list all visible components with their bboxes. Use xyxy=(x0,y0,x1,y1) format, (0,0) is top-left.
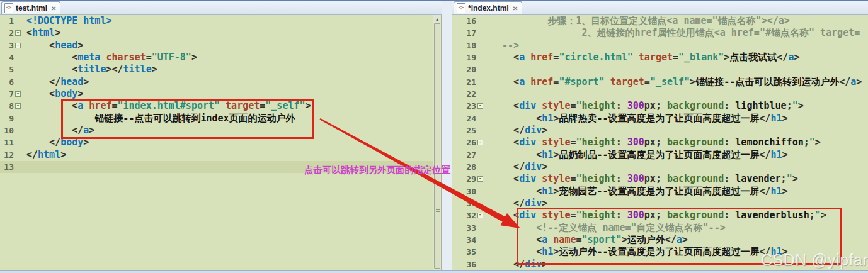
fold-marker[interactable]: - xyxy=(14,88,22,100)
tab-test-html[interactable]: <> test.html ✕ xyxy=(1,1,60,14)
fold-spacer xyxy=(476,125,484,136)
line-number: 36 xyxy=(452,259,476,270)
code-line[interactable]: 26- <div style="height: 300px; backgroun… xyxy=(452,136,868,148)
collapse-icon[interactable]: - xyxy=(15,91,21,97)
code-line[interactable]: 30 <h1>宠物园艺--设置高度是为了让页面高度超过一屏</h1> xyxy=(452,186,868,198)
code-text: </div> xyxy=(484,161,868,173)
collapse-icon[interactable]: - xyxy=(477,213,483,218)
code-text: <meta charset="UTF-8"> xyxy=(22,52,433,64)
fold-spacer xyxy=(476,88,484,100)
code-line[interactable]: 18 --> xyxy=(452,40,868,52)
annotation-box-left xyxy=(61,99,314,139)
code-text: 2、超链接的href属性使用锚点<a href="#锚点名称" target= xyxy=(484,27,868,39)
vertical-scrollbar[interactable]: ▲ xyxy=(433,15,442,270)
code-line[interactable]: 21 <a href="#sport" target="_self">锚链接--… xyxy=(452,76,868,88)
line-number: 19 xyxy=(452,52,476,64)
code-line[interactable]: 19 <a href="circle.html" target="_blank"… xyxy=(452,52,868,64)
pane-splitter[interactable] xyxy=(442,1,452,270)
fold-marker[interactable]: - xyxy=(14,100,22,112)
code-text: <div style="height: 300px; background: l… xyxy=(484,100,868,112)
line-number: 7 xyxy=(0,88,14,100)
code-line[interactable]: 20 xyxy=(452,64,868,75)
code-text: </div> xyxy=(484,125,868,136)
code-line[interactable]: 4 <meta charset="UTF-8"> xyxy=(0,52,433,64)
code-line[interactable]: 28 </div> xyxy=(452,161,868,173)
fold-spacer xyxy=(476,113,484,125)
tabbar-right: <> *index.html ✕ xyxy=(452,1,868,15)
scrollbar-grip xyxy=(436,208,440,212)
tab-label: *index.html xyxy=(468,4,509,13)
line-number: 9 xyxy=(0,113,14,125)
code-line[interactable]: 25 </div> xyxy=(452,125,868,136)
line-number: 20 xyxy=(452,64,476,75)
code-text: </html> xyxy=(22,149,433,161)
code-text xyxy=(484,64,868,75)
fold-marker[interactable]: - xyxy=(476,209,484,221)
line-number: 23 xyxy=(452,100,476,112)
code-text: <a href="circle.html" target="_blank">点击… xyxy=(484,52,868,64)
fold-marker[interactable]: - xyxy=(476,173,484,185)
fold-spacer xyxy=(476,161,484,173)
line-number: 34 xyxy=(452,234,476,246)
code-line[interactable]: 2-<html> xyxy=(0,27,433,39)
code-line[interactable]: 16 步骤：1、目标位置定义锚点<a name="锚点名称"></a> xyxy=(452,15,868,27)
scroll-up-icon[interactable]: ▲ xyxy=(433,16,441,23)
code-text: <div style="height: 300px; background: l… xyxy=(484,173,868,185)
line-number: 2 xyxy=(0,27,14,39)
code-line[interactable]: 6 </head> xyxy=(0,76,433,88)
code-line[interactable]: 27 <h1>品奶制品--设置高度是为了让页面高度超过一屏</h1> xyxy=(452,149,868,161)
line-number: 13 xyxy=(0,161,14,173)
fold-marker[interactable]: - xyxy=(14,27,22,39)
code-line[interactable]: 5 <title></title> xyxy=(0,64,433,75)
code-line[interactable]: 12</html> xyxy=(0,149,433,161)
ide-window: <> test.html ✕ 1<!DOCTYPE html>2-<html>3… xyxy=(0,0,868,273)
line-number: 8 xyxy=(0,100,14,112)
line-number: 35 xyxy=(452,246,476,258)
code-text: <!DOCTYPE html> xyxy=(22,15,433,27)
close-icon[interactable]: ✕ xyxy=(513,5,518,12)
line-number: 29 xyxy=(452,173,476,185)
line-number: 32 xyxy=(452,209,476,221)
code-line[interactable]: 24 <h1>品牌热卖--设置高度是为了让页面高度超过一屏</h1> xyxy=(452,113,868,125)
tab-index-html[interactable]: <> *index.html ✕ xyxy=(454,1,522,14)
code-line[interactable]: 22 xyxy=(452,88,868,100)
line-number: 26 xyxy=(452,136,476,148)
fold-spacer xyxy=(476,222,484,234)
fold-marker[interactable]: - xyxy=(14,40,22,52)
code-text xyxy=(484,88,868,100)
code-editor-test[interactable]: 1<!DOCTYPE html>2-<html>3- <head>4 <meta… xyxy=(0,15,442,270)
code-line[interactable]: 17 2、超链接的href属性使用锚点<a href="#锚点名称" targe… xyxy=(452,27,868,39)
code-text: 步骤：1、目标位置定义锚点<a name="锚点名称"></a> xyxy=(484,15,868,27)
line-number: 3 xyxy=(0,40,14,52)
close-icon[interactable]: ✕ xyxy=(51,5,56,12)
fold-spacer xyxy=(14,52,22,64)
code-line[interactable]: 3- <head> xyxy=(0,40,433,52)
line-number: 6 xyxy=(0,76,14,88)
line-number: 28 xyxy=(452,161,476,173)
collapse-icon[interactable]: - xyxy=(477,176,483,182)
line-number: 5 xyxy=(0,64,14,75)
collapse-icon[interactable]: - xyxy=(15,103,21,109)
fold-spacer xyxy=(14,125,22,136)
scrollbar-thumb[interactable] xyxy=(434,23,440,269)
line-number: 16 xyxy=(452,15,476,27)
code-line[interactable]: 1<!DOCTYPE html> xyxy=(0,15,433,27)
code-text: --> xyxy=(484,40,868,52)
fold-spacer xyxy=(14,113,22,125)
fold-spacer xyxy=(476,149,484,161)
fold-spacer xyxy=(14,15,22,27)
tab-label: test.html xyxy=(16,4,47,13)
code-text: <h1>品牌热卖--设置高度是为了让页面高度超过一屏</h1> xyxy=(484,113,868,125)
fold-marker[interactable]: - xyxy=(476,136,484,148)
line-number: 1 xyxy=(0,15,14,27)
code-line[interactable]: 23- <div style="height: 300px; backgroun… xyxy=(452,100,868,112)
fold-marker[interactable]: - xyxy=(476,100,484,112)
collapse-icon[interactable]: - xyxy=(15,43,21,48)
collapse-icon[interactable]: - xyxy=(477,140,483,145)
code-line[interactable]: 29- <div style="height: 300px; backgroun… xyxy=(452,173,868,185)
collapse-icon[interactable]: - xyxy=(15,30,21,36)
code-text: <a href="#sport" target="_self">锚链接--点击可… xyxy=(484,76,868,88)
fold-spacer xyxy=(476,27,484,39)
collapse-icon[interactable]: - xyxy=(477,103,483,109)
watermark: CSDN @yipfang xyxy=(761,251,868,269)
